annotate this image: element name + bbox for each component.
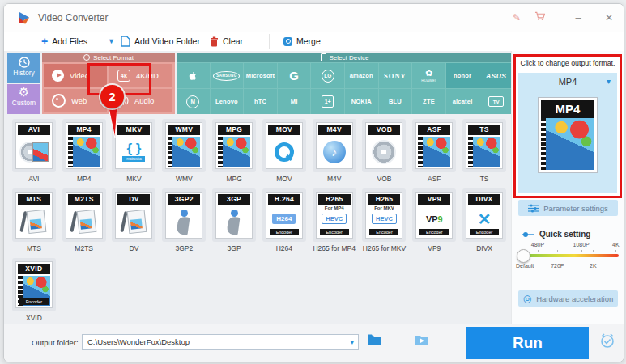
brand-logo-text: 1+: [322, 95, 334, 108]
format-dv[interactable]: DVDV: [109, 188, 160, 256]
device-motorola[interactable]: M: [177, 89, 210, 114]
format-label: TS: [480, 175, 489, 183]
format-icon-art: [218, 137, 250, 167]
output-format-box[interactable]: Click to change output format. MP4 ▾ MP4: [513, 54, 622, 198]
format-3gp2[interactable]: 3GP23GP2: [159, 188, 209, 256]
encoder-strip: Encoder: [419, 229, 449, 235]
format-mpg[interactable]: MPGMPG: [209, 119, 259, 186]
format-badge: 3GP2: [168, 194, 200, 205]
device-lenovo[interactable]: Lenovo: [211, 89, 244, 114]
slider-track[interactable]: [520, 254, 619, 257]
device-xiaomi[interactable]: MI: [278, 89, 311, 114]
format-vp9[interactable]: VP9VP9EncoderVP9: [409, 188, 459, 256]
format-asf[interactable]: ASFASF: [409, 119, 459, 186]
format-tab-web[interactable]: Web: [44, 89, 107, 112]
device-amazon[interactable]: amazon: [345, 63, 378, 88]
device-samsung[interactable]: SAMSUNG: [211, 63, 244, 88]
format-file-icon: XVIDEncoder: [15, 261, 53, 308]
device-zte[interactable]: ZTE: [412, 89, 445, 114]
format-select[interactable]: MP4 ▾: [518, 73, 617, 91]
close-button[interactable]: ✕: [602, 11, 616, 24]
format-m4v[interactable]: M4V♪M4V: [309, 119, 360, 186]
format-avi[interactable]: AVIAVI: [9, 119, 59, 186]
device-google[interactable]: G: [278, 63, 311, 88]
add-files-button[interactable]: + Add Files: [41, 32, 87, 51]
device-honor[interactable]: honor: [446, 63, 479, 88]
output-folder-combobox[interactable]: C:\Users\WonderFox\Desktop ▾: [82, 334, 359, 350]
format-divx[interactable]: DIVX✕EncoderDIVX: [459, 188, 509, 256]
format-ts[interactable]: TSTS: [459, 119, 509, 186]
add-files-dropdown[interactable]: ▼: [108, 32, 115, 51]
device-blu[interactable]: BLU: [379, 89, 412, 114]
device-lg[interactable]: LG: [311, 63, 344, 88]
device-tv[interactable]: TV: [479, 89, 513, 114]
brand-logo-text: Microsoft: [246, 72, 275, 79]
schedule-alarm-icon[interactable]: [599, 332, 615, 352]
format-mts[interactable]: MTSMTS: [9, 188, 59, 256]
device-htc[interactable]: hTC: [244, 89, 277, 114]
folder-play-icon: [414, 333, 429, 345]
4khd-tab-label: 4K/HD: [136, 71, 159, 80]
format-tab-4khd[interactable]: 4k 4K/HD: [109, 64, 172, 87]
format-badge: DIVX: [468, 194, 500, 205]
format-h265-for-mp4[interactable]: H265For MP4HEVCEncoderH265 for MP4: [309, 188, 360, 256]
run-button[interactable]: Run: [466, 327, 589, 359]
codec-pill: ✕: [478, 210, 492, 229]
device-apple[interactable]: [177, 63, 210, 88]
select-format-header: Select Format: [42, 53, 175, 62]
hardware-acceleration-button[interactable]: ◎ Hardware acceleration: [518, 290, 618, 307]
format-wmv[interactable]: WMVWMV: [159, 119, 209, 186]
browse-folder-button[interactable]: [367, 333, 382, 349]
format-vob[interactable]: VOBVOB: [360, 119, 410, 186]
format-badge: MPG: [218, 125, 250, 135]
format-label: ASF: [428, 175, 441, 183]
feedback-pen-icon[interactable]: ✎: [509, 11, 524, 24]
toolbar: + Add Files ▼ Add Video Folder Clear Mer…: [4, 32, 624, 52]
format-label: DV: [130, 244, 139, 252]
codec-pill: H264: [272, 214, 296, 224]
format-mov[interactable]: MOVMOV: [259, 119, 309, 186]
format-label: M4V: [327, 175, 341, 183]
format-tile-box: DV: [112, 188, 155, 242]
sidebar-item-history[interactable]: History: [7, 53, 40, 83]
sidebar-item-custom[interactable]: ⚙ Custom: [7, 84, 40, 114]
format-file-icon: WMV: [165, 122, 202, 169]
parameter-settings-button[interactable]: Parameter settings: [518, 200, 618, 216]
format-tile-box: MKV{ }matroska: [112, 119, 155, 172]
format-tab-video[interactable]: Video: [44, 64, 107, 87]
device-oneplus[interactable]: 1+: [311, 89, 344, 114]
merge-button[interactable]: Merge: [283, 32, 321, 51]
format-mp4[interactable]: MP4MP4: [59, 119, 109, 186]
device-alcatel[interactable]: alcatel: [446, 89, 479, 114]
format-m2ts[interactable]: M2TSM2TS: [59, 188, 109, 256]
store-cart-icon[interactable]: [532, 11, 547, 24]
device-sony[interactable]: SONY: [379, 63, 412, 88]
clear-label: Clear: [223, 36, 243, 46]
format-icon-art: [18, 206, 50, 236]
minimize-button[interactable]: –: [571, 11, 586, 24]
brand-logo-text: SONY: [384, 72, 407, 80]
format-tile-box: XVIDEncoder: [12, 258, 56, 311]
format-mkv[interactable]: MKV{ }matroskaMKV: [109, 119, 160, 186]
format-3gp[interactable]: 3GP3GP: [209, 188, 259, 256]
hardware-acceleration-label: Hardware acceleration: [536, 294, 613, 303]
open-folder-button[interactable]: [414, 333, 429, 349]
slider-label-1080p: 1080P: [573, 242, 590, 248]
add-video-folder-button[interactable]: Add Video Folder: [121, 32, 200, 51]
device-grid: SAMSUNGMicrosoftGLGamazonSONY✿HUAWEIhono…: [177, 63, 513, 114]
format-h264[interactable]: H.264H264EncoderH264: [259, 188, 309, 256]
format-icon-art: [268, 137, 300, 167]
brand-logo-text: SAMSUNG: [213, 71, 240, 81]
history-label: History: [13, 69, 34, 77]
format-h265-for-mkv[interactable]: H265For MKVHEVCEncoderH265 for MKV: [360, 188, 410, 256]
device-nokia[interactable]: NOKIA: [345, 89, 378, 114]
clear-button[interactable]: Clear: [210, 32, 243, 51]
slider-knob[interactable]: [517, 249, 530, 263]
custom-label: Custom: [12, 99, 36, 107]
format-xvid[interactable]: XVIDEncoderXVID: [9, 258, 59, 325]
app-logo-icon: [17, 11, 32, 25]
brand-logo-text: Lenovo: [215, 98, 238, 105]
device-asus[interactable]: ASUS: [479, 63, 513, 88]
device-microsoft[interactable]: Microsoft: [244, 63, 277, 88]
device-huawei[interactable]: ✿HUAWEI: [412, 63, 445, 88]
